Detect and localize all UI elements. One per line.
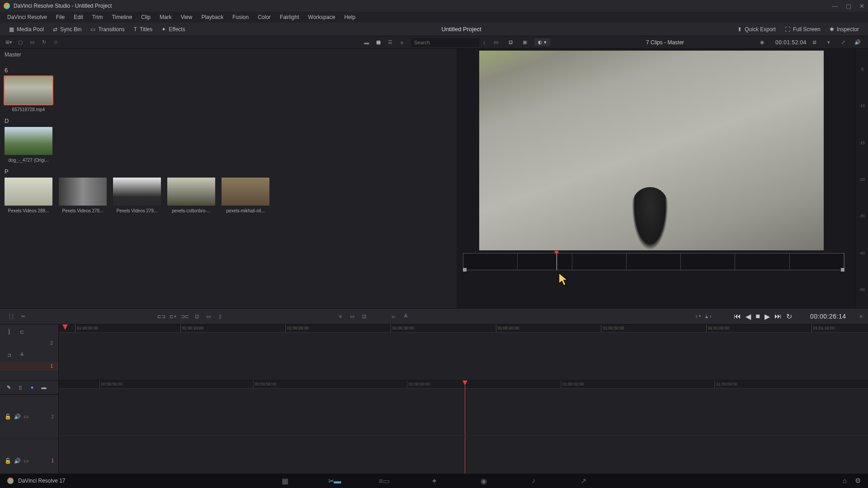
resolution-dropdown[interactable]: ◐ ▾ xyxy=(534,38,550,46)
snap-button[interactable]: ⊡ xyxy=(358,311,370,322)
in-handle[interactable] xyxy=(463,268,467,272)
maximize-button[interactable]: ▢ xyxy=(846,3,851,9)
close-button[interactable]: ✕ xyxy=(859,3,864,9)
media-clip[interactable]: 657518728.mp4 xyxy=(5,76,52,112)
marker-tool-button[interactable]: ✎ xyxy=(5,383,13,391)
timeline-options-button-2[interactable]: ≚ xyxy=(17,350,26,359)
clip-thumbnail[interactable] xyxy=(167,178,215,206)
track-lock-icon[interactable]: 🔓 xyxy=(5,458,11,464)
timeline-ruler-overview[interactable]: 01:00:00:00 01:00:10:00 01:00:20:00 01:0… xyxy=(59,324,868,333)
settings-button[interactable]: ⚙ xyxy=(855,477,861,485)
viewer-mode-1-button[interactable]: ▭ xyxy=(491,38,501,47)
play-button[interactable]: ▶ xyxy=(764,312,770,321)
cut-page-button[interactable]: ✂▬ xyxy=(328,475,341,486)
import-button[interactable]: ⊞▾ xyxy=(4,38,14,47)
menu-timeline[interactable]: Timeline xyxy=(107,12,137,22)
jog-right-button[interactable]: ▴ › xyxy=(705,313,711,319)
menu-playback[interactable]: Playback xyxy=(197,12,228,22)
audio-track-1-label[interactable]: 2 xyxy=(51,414,54,419)
list-view-button[interactable]: ≡ xyxy=(397,38,407,47)
menu-color[interactable]: Color xyxy=(253,12,275,22)
menu-view[interactable]: View xyxy=(176,12,197,22)
go-to-end-button[interactable]: ⏭ xyxy=(774,312,782,320)
tools-dropdown[interactable]: ≡ xyxy=(335,311,346,322)
dynamic-trim-button[interactable]: ▭ xyxy=(346,311,358,322)
clip-thumbnail[interactable] xyxy=(5,76,52,104)
menu-mark[interactable]: Mark xyxy=(155,12,176,22)
strip-view-button[interactable]: ▬ xyxy=(362,38,372,47)
track-mute-icon[interactable]: 🔊 xyxy=(14,458,21,464)
quick-export-button[interactable]: ⬆Quick Export xyxy=(733,24,780,34)
viewer-mode-2-button[interactable]: ⊡ xyxy=(505,38,515,47)
deliver-page-button[interactable]: ↗ xyxy=(576,475,590,486)
track-view-icon[interactable]: ▭ xyxy=(24,413,28,420)
split-clip-button[interactable]: ✂ xyxy=(17,311,29,322)
refresh-button[interactable]: ↻ xyxy=(39,38,49,47)
timeline-menu-button[interactable]: ≡ xyxy=(860,314,863,319)
menu-file[interactable]: File xyxy=(52,12,69,22)
source-overwrite-button[interactable]: ▯ xyxy=(214,311,226,322)
link-button[interactable]: ⊘ xyxy=(51,38,61,47)
folder-button[interactable]: ▭ xyxy=(27,38,37,47)
video-track-2-label[interactable]: 2 xyxy=(0,339,58,347)
metadata-view-button[interactable]: ☰ xyxy=(385,38,395,47)
go-to-start-button[interactable]: ⏮ xyxy=(734,312,741,320)
clip-thumbnail[interactable] xyxy=(113,178,161,206)
fairlight-page-button[interactable]: ♪ xyxy=(527,475,540,486)
ripple-overwrite-button[interactable]: ⊐⊏ xyxy=(179,311,191,322)
timeline-options-button[interactable]: ≚ xyxy=(400,311,411,322)
close-up-button[interactable]: ⊡ xyxy=(191,311,203,322)
bypass-button[interactable]: ◉ xyxy=(757,38,767,47)
titles-button[interactable]: TTitles xyxy=(129,24,157,34)
bin-button[interactable]: ▢ xyxy=(15,38,25,47)
timeline-audio-sync-button[interactable]: ⊐ xyxy=(5,350,14,359)
out-handle[interactable] xyxy=(841,268,844,272)
menu-davinci-resolve[interactable]: DaVinci Resolve xyxy=(3,12,52,22)
timeline-sync-button[interactable]: ⊏ xyxy=(17,327,26,336)
step-back-button[interactable]: ◀ xyxy=(745,312,751,321)
media-page-button[interactable]: ▦ xyxy=(278,475,292,486)
menu-clip[interactable]: Clip xyxy=(137,12,155,22)
full-screen-button[interactable]: ⛶Full Screen xyxy=(780,24,825,34)
marker-color-button[interactable]: ● xyxy=(28,383,36,391)
menu-fairlight[interactable]: Fairlight xyxy=(275,12,304,22)
color-page-button[interactable]: ◉ xyxy=(477,475,491,486)
track-lock-icon[interactable]: 🔓 xyxy=(5,413,11,420)
expand-button[interactable]: ⤢ xyxy=(838,38,848,47)
track-mute-icon[interactable]: 🔊 xyxy=(14,413,21,420)
place-on-top-button[interactable]: ▭ xyxy=(203,311,214,322)
timeline-edit-index-button[interactable]: ┇ xyxy=(5,327,14,336)
viewer-timecode[interactable]: 00:00:26:14 xyxy=(810,313,846,320)
thumbnail-view-button[interactable]: ▦ xyxy=(373,38,383,47)
track-view-icon[interactable]: ▭ xyxy=(24,458,28,464)
bin-path[interactable]: Master xyxy=(0,49,457,61)
fusion-page-button[interactable]: ✦ xyxy=(427,475,441,486)
menu-trim[interactable]: Trim xyxy=(88,12,108,22)
media-clip[interactable]: dog_-_4727 (Origi... xyxy=(5,127,52,163)
video-track-1-label[interactable]: 1 xyxy=(0,362,58,371)
home-button[interactable]: ⌂ xyxy=(843,477,847,485)
media-pool-button[interactable]: ▦Media Pool xyxy=(5,24,48,34)
sync-bin-button[interactable]: ⇄Sync Bin xyxy=(48,24,86,34)
overview-track-area[interactable] xyxy=(59,333,868,379)
clip-thumbnail[interactable] xyxy=(222,178,269,206)
audio-track-row[interactable] xyxy=(59,389,868,436)
boring-detector-button[interactable]: ┊┊ xyxy=(5,311,17,322)
effects-button[interactable]: ✦Effects xyxy=(157,24,189,34)
menu-edit[interactable]: Edit xyxy=(69,12,88,22)
media-clip[interactable]: Pexels Videos 279... xyxy=(113,178,161,213)
speaker-icon[interactable]: 🔊 xyxy=(853,38,863,47)
overview-playhead[interactable] xyxy=(62,324,68,330)
scrub-playhead[interactable] xyxy=(557,253,557,270)
menu-help[interactable]: Help xyxy=(340,12,360,22)
smart-insert-button[interactable]: ⊏⊐ xyxy=(156,311,167,322)
viewer-mode-3-button[interactable]: ▣ xyxy=(520,38,530,47)
sort-button[interactable]: ↕ xyxy=(479,38,489,47)
media-clip[interactable]: pexels-mikhail-nil... xyxy=(222,178,269,213)
media-clip[interactable]: Pexels Videos 288... xyxy=(5,178,52,213)
media-clip[interactable]: Pexels Videos 278... xyxy=(59,178,107,213)
fast-review-button[interactable]: ▻ xyxy=(388,311,400,322)
clip-thumbnail[interactable] xyxy=(5,178,52,206)
flag-button[interactable]: ▯ xyxy=(16,383,24,391)
source-scrub-strip[interactable] xyxy=(463,253,844,270)
